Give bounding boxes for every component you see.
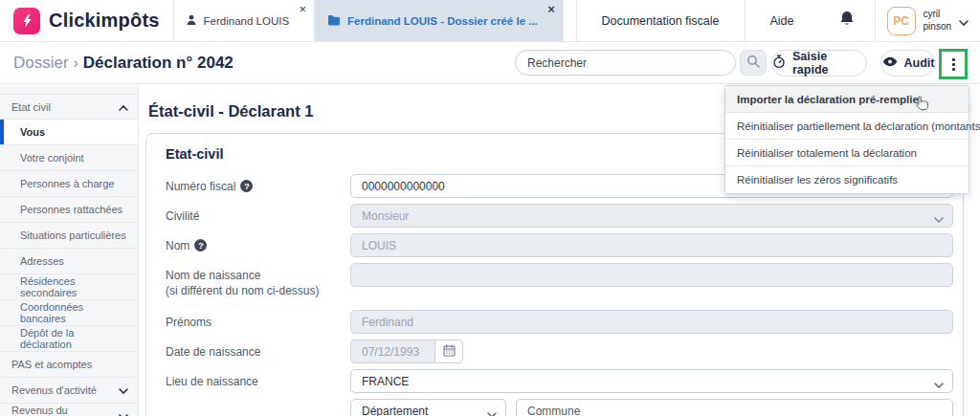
menu-aide[interactable]: Aide [745, 0, 819, 41]
sidebar-item-residences-secondaires[interactable]: Résidences secondaires [0, 274, 138, 300]
calendar-button[interactable] [434, 339, 463, 363]
calendar-icon [443, 343, 456, 361]
field-nom: Nom ? [166, 233, 953, 257]
brand-name: Clickimpôts [49, 10, 160, 32]
clickimpots-logo-icon [13, 8, 40, 34]
help-icon[interactable]: ? [194, 239, 207, 252]
sidebar-section-pas-acomptes[interactable]: PAS et acomptes [0, 352, 138, 378]
close-icon[interactable]: × [299, 3, 306, 15]
menu-item-reinitialiser-zeros[interactable]: Réinitialiser les zéros significatifs [725, 166, 969, 193]
nom-input [350, 233, 953, 257]
chevron-down-icon [934, 378, 944, 391]
sidebar-item-vous[interactable]: Vous [0, 120, 138, 145]
chevron-down-icon [959, 12, 969, 30]
close-icon[interactable]: × [547, 3, 555, 15]
stopwatch-icon [772, 55, 786, 72]
lieu-naissance-select[interactable]: FRANCE [350, 369, 953, 393]
tab-client-label: Ferdinand LOUIS [204, 15, 290, 27]
saisie-rapide-button[interactable]: Saisie rapide [771, 50, 867, 77]
sidebar-section-revenus-activite[interactable]: Revenus d'activité [0, 378, 138, 404]
menu-documentation-fiscale[interactable]: Documentation fiscale [576, 0, 745, 41]
field-departement-commune: Département [166, 399, 953, 416]
field-lieu-naissance: Lieu de naissance FRANCE [166, 369, 953, 393]
chevron-down-icon [487, 407, 497, 416]
tab-dossier[interactable]: Ferdinand LOUIS - Dossier créé le ... × [315, 0, 564, 41]
chevron-up-icon [119, 101, 128, 113]
folder-icon [327, 14, 341, 28]
date-naissance-input [350, 339, 434, 363]
menu-item-reinitialiser-partiellement[interactable]: Réinitialiser partiellement la déclarati… [725, 113, 969, 140]
departement-select[interactable]: Département [350, 399, 506, 416]
declaration-sidebar: Etat civil Vous Votre conjoint Personnes… [0, 85, 139, 416]
breadcrumb-declaration: Déclaration n° 2042 [83, 54, 234, 72]
notifications-button[interactable] [819, 0, 876, 41]
field-prenoms: Prénoms [166, 310, 953, 334]
search-input[interactable] [515, 50, 736, 76]
menu-item-importer-declaration[interactable]: Importer la déclaration pré-remplie [725, 86, 969, 113]
tab-client[interactable]: Ferdinand LOUIS × [173, 0, 316, 41]
menu-item-reinitialiser-totalement[interactable]: Réinitialiser totalement la déclaration [725, 140, 969, 166]
chevron-down-icon [934, 212, 944, 226]
chevron-down-icon [119, 410, 128, 416]
civilite-select: Monsieur [350, 204, 953, 228]
more-actions-button-highlighted[interactable] [939, 49, 968, 79]
hand-cursor-icon [915, 95, 929, 113]
user-menu[interactable]: PC cyrilpinson [876, 0, 980, 41]
eye-icon [882, 56, 898, 70]
search-button[interactable] [740, 50, 767, 76]
avatar: PC [887, 7, 916, 35]
tab-dossier-label: Ferdinand LOUIS - Dossier créé le ... [347, 15, 538, 27]
kebab-menu-icon [952, 58, 955, 71]
clickimpots-app: Clickimpôts Ferdinand LOUIS × Ferdinand … [0, 0, 980, 416]
breadcrumb-dossier[interactable]: Dossier [13, 54, 69, 72]
sidebar-section-etat-civil[interactable]: Etat civil [0, 94, 138, 120]
chevron-down-icon [119, 384, 128, 396]
sidebar-item-personnes-rattachees[interactable]: Personnes rattachées [0, 197, 138, 223]
prenoms-input [350, 310, 953, 334]
commune-input[interactable] [516, 399, 953, 416]
bell-icon [838, 10, 856, 32]
sidebar-section-revenus-patrimoine[interactable]: Revenus du patrimoine [0, 404, 138, 416]
field-nom-naissance: Nom de naissance (si différent du nom ci… [166, 263, 953, 298]
search-icon [746, 55, 760, 72]
sidebar-item-adresses[interactable]: Adresses [0, 249, 138, 274]
person-icon [186, 14, 197, 28]
breadcrumb: Dossier › Déclaration n° 2042 [13, 54, 234, 73]
sidebar-item-votre-conjoint[interactable]: Votre conjoint [0, 145, 138, 171]
field-date-naissance: Date de naissance [166, 339, 953, 363]
sidebar-item-situations-particulieres[interactable]: Situations particulières [0, 223, 138, 249]
user-name: cyrilpinson [924, 9, 951, 33]
app-header: Clickimpôts Ferdinand LOUIS × Ferdinand … [0, 0, 980, 42]
sidebar-item-personnes-a-charge[interactable]: Personnes à charge [0, 171, 138, 197]
field-civilite: Civilité Monsieur [166, 204, 953, 228]
audit-button[interactable]: Audit [880, 50, 936, 77]
help-icon[interactable]: ? [240, 180, 253, 192]
sidebar-item-coordonnees-bancaires[interactable]: Coordonnées bancaires [0, 300, 138, 326]
actions-dropdown-menu: Importer la déclaration pré-remplie Réin… [724, 85, 969, 194]
dossier-toolbar: Dossier › Déclaration n° 2042 Saisie rap… [0, 42, 980, 84]
sidebar-item-depot-declaration[interactable]: Dépôt de la déclaration [0, 326, 138, 352]
nom-naissance-input [350, 263, 953, 287]
brand[interactable]: Clickimpôts [0, 0, 173, 41]
